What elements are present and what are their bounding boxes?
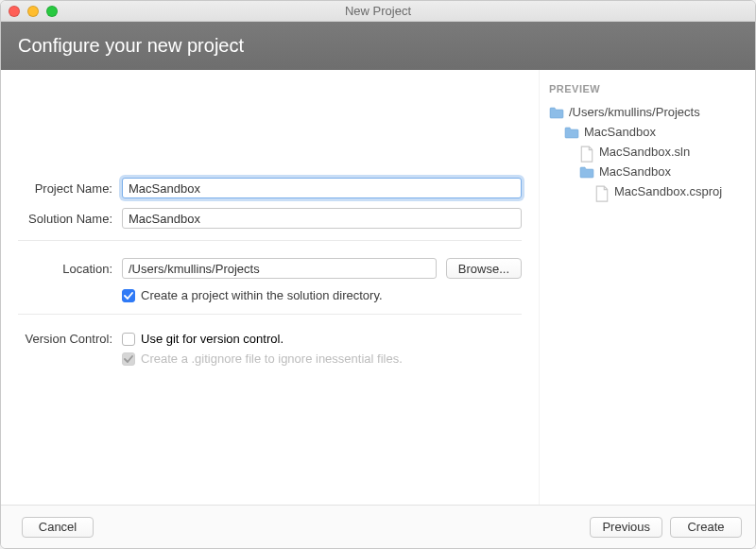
check-label: Create a project within the solution dir… [141, 288, 383, 302]
tree-file-sln: MacSandbox.sln [549, 142, 746, 162]
checkbox-icon [122, 352, 135, 366]
row-solution-name: Solution Name: [18, 208, 522, 229]
cancel-button[interactable]: Cancel [22, 517, 94, 538]
tree-label: MacSandbox.csproj [614, 184, 722, 198]
tree-folder-proj: MacSandbox [549, 162, 746, 181]
check-gitignore: Create a .gitignore file to ignore iness… [122, 352, 522, 366]
row-version-control: Version Control: Use git for version con… [18, 332, 522, 346]
checkbox-icon[interactable] [122, 333, 135, 346]
check-label: Use git for version control. [141, 332, 284, 346]
divider [18, 240, 522, 241]
titlebar: New Project [1, 1, 755, 22]
body: Project Name: Solution Name: Location: B… [1, 70, 755, 505]
project-name-label: Project Name: [18, 181, 122, 196]
solution-name-label: Solution Name: [18, 212, 122, 226]
row-project-name: Project Name: [18, 178, 522, 198]
solution-name-input[interactable] [122, 208, 522, 229]
location-label: Location: [18, 262, 122, 276]
file-icon [594, 185, 610, 198]
previous-button[interactable]: Previous [590, 517, 662, 538]
folder-icon [549, 106, 564, 119]
file-icon [579, 146, 594, 159]
preview-tree: /Users/kmullins/Projects MacSandbox MacS… [549, 102, 746, 201]
row-location: Location: Browse... [18, 258, 522, 279]
tree-folder-root: /Users/kmullins/Projects [549, 102, 746, 122]
tree-folder-sln: MacSandbox [549, 122, 746, 142]
folder-icon [564, 126, 579, 139]
tree-label: MacSandbox.sln [599, 145, 690, 159]
divider [18, 314, 522, 315]
form-pane: Project Name: Solution Name: Location: B… [1, 70, 540, 505]
tree-label: MacSandbox [584, 125, 656, 139]
window: New Project Configure your new project P… [0, 0, 756, 549]
preview-pane: PREVIEW /Users/kmullins/Projects MacSand… [540, 70, 755, 505]
location-input[interactable] [122, 258, 437, 279]
tree-label: /Users/kmullins/Projects [569, 105, 700, 119]
browse-button[interactable]: Browse... [446, 258, 522, 279]
project-name-input[interactable] [122, 178, 522, 198]
tree-file-csproj: MacSandbox.csproj [549, 181, 746, 201]
check-label: Create a .gitignore file to ignore iness… [141, 352, 403, 366]
create-button[interactable]: Create [670, 517, 742, 538]
footer: Cancel Previous Create [1, 505, 755, 548]
window-title: New Project [1, 4, 755, 18]
folder-icon [579, 165, 594, 179]
version-control-label: Version Control: [18, 332, 122, 346]
header-title: Configure your new project [18, 35, 244, 56]
checkbox-icon[interactable] [122, 289, 135, 302]
check-create-in-solution[interactable]: Create a project within the solution dir… [122, 288, 522, 302]
header: Configure your new project [1, 22, 755, 70]
tree-label: MacSandbox [599, 164, 671, 179]
preview-title: PREVIEW [549, 83, 746, 94]
spacer [18, 87, 522, 178]
